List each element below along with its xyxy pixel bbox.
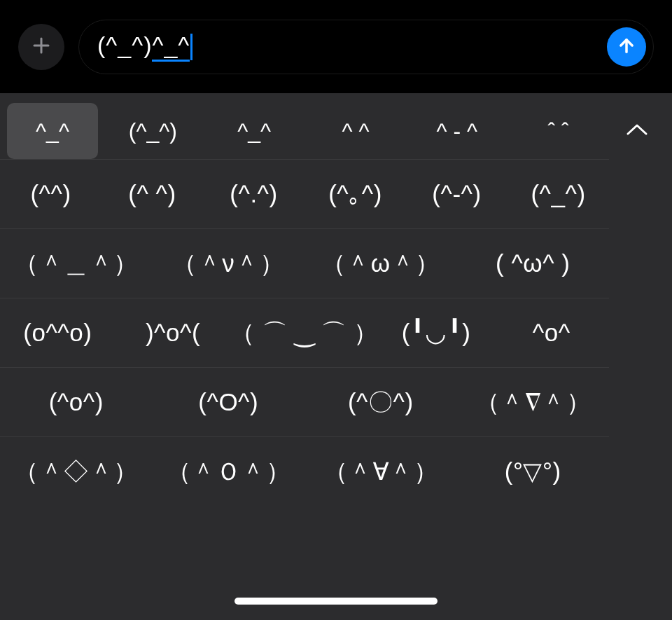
message-input[interactable]: (^_^)^_^ [78,20,654,74]
candidate-item[interactable]: （＾∇＾） [457,386,610,419]
suggestion-item[interactable]: ^ - ^ [406,103,507,159]
candidate-item[interactable]: (o^^o) [0,319,115,347]
candidate-item[interactable]: (^ ^) [102,180,203,208]
chevron-up-icon [626,123,648,139]
candidate-item[interactable]: (^｡^) [304,180,406,208]
suggestion-item[interactable]: (^_^) [102,103,204,159]
home-indicator[interactable] [234,598,438,605]
keyboard-panel: ^_^ (^_^) ^_^ ^ ^ ^ - ^ ˆ ˆ (^^) (^ ^) (… [0,93,672,620]
plus-icon [31,35,52,59]
candidate-item[interactable]: (^〇^) [304,386,457,419]
candidate-item[interactable]: （＾ν＾） [153,247,305,280]
candidate-row: (^^) (^ ^) (^.^) (^｡^) (^-^) (^_^) [0,159,609,228]
input-text: (^_^)^_^ [97,32,192,61]
candidate-item[interactable]: (╹◡╹) [379,319,494,347]
candidate-item[interactable]: ^o^ [493,319,609,347]
candidate-item[interactable]: （＾ω＾） [304,247,457,280]
dictation-button[interactable] [587,536,630,585]
candidate-item[interactable]: (^.^) [203,180,304,208]
candidate-row: (^o^) (^O^) (^〇^) （＾∇＾） [0,367,609,436]
candidate-row: （＾◇＾） （＾Ｏ＾） （＾∀＾） (°▽°) [0,436,609,506]
candidate-item[interactable]: （＾∀＾） [304,455,457,488]
globe-button[interactable] [42,540,85,584]
add-button[interactable] [18,24,64,70]
input-composing-text: ^_^ [152,32,190,62]
suggestion-item[interactable]: ˆ ˆ [507,103,609,159]
suggestion-row: ^_^ (^_^) ^_^ ^ ^ ^ - ^ ˆ ˆ [0,103,672,159]
arrow-up-icon [617,36,636,58]
candidate-item[interactable]: （ ⌒ ‿ ⌒ ） [230,317,378,350]
candidate-grid: (^^) (^ ^) (^.^) (^｡^) (^-^) (^_^) （＾＿＾）… [0,159,609,506]
input-committed-text: (^_^) [97,32,152,58]
candidate-row: （＾＿＾） （＾ν＾） （＾ω＾） ( ^ω^ ) [0,228,609,298]
candidate-item[interactable]: (^-^) [406,180,507,208]
candidate-item[interactable]: （＾Ｏ＾） [153,455,305,488]
candidate-item[interactable]: （＾＿＾） [0,247,153,280]
compose-bar: (^_^)^_^ [0,0,672,93]
suggestion-item-highlighted[interactable]: ^_^ [7,103,98,159]
candidate-item[interactable]: (^o^) [0,388,153,416]
keyboard-bottom-row [0,508,672,620]
text-caret [190,34,192,60]
suggestion-item[interactable]: ^ ^ [305,103,407,159]
send-button[interactable] [607,27,646,67]
suggestion-item[interactable]: ^_^ [204,103,305,159]
candidate-item[interactable]: (^^) [0,180,102,208]
candidate-item[interactable]: )^o^( [115,319,231,347]
candidate-item[interactable]: （＾◇＾） [0,455,153,488]
candidate-item[interactable]: ( ^ω^ ) [457,249,610,277]
candidate-item[interactable]: (^O^) [153,388,305,416]
candidate-item[interactable]: (^_^) [507,180,609,208]
candidate-row: (o^^o) )^o^( （ ⌒ ‿ ⌒ ） (╹◡╹) ^o^ [0,298,609,367]
collapse-candidates-button[interactable] [609,103,665,159]
candidate-item[interactable]: (°▽°) [457,457,610,485]
